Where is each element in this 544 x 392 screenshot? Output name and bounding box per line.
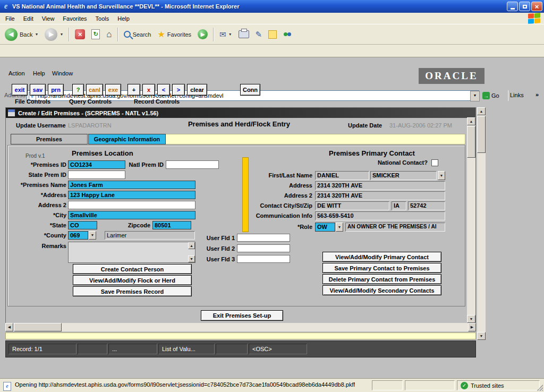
exit-premises-setup-button[interactable]: Exit Premises Set-up (201, 310, 283, 321)
inner-horizontal-scrollbar[interactable] (5, 323, 476, 331)
remarks-scroll-up-icon[interactable]: ▲ (188, 242, 195, 249)
user-fld1-field[interactable] (237, 234, 290, 242)
query-help-button[interactable]: ? (72, 84, 84, 96)
close-button[interactable]: × (531, 2, 542, 11)
menu-view[interactable]: View (38, 14, 59, 23)
role-code-field[interactable]: OW (315, 223, 335, 232)
communication-info-field[interactable]: 563-659-5410 (315, 211, 445, 220)
natl-prem-id-field[interactable] (166, 160, 219, 169)
links-chevron-icon[interactable]: » (536, 91, 539, 98)
user-fld2-label: User Fld 2 (205, 245, 235, 252)
go-button[interactable]: → Go (482, 91, 504, 100)
menu-file[interactable]: File (1, 14, 19, 23)
inner-scroll-up-icon[interactable]: ▲ (467, 117, 475, 125)
county-code-field[interactable]: 069 (68, 231, 88, 240)
contact-last-name-field[interactable]: SMICKER (370, 171, 437, 180)
next-record-button[interactable]: > (172, 84, 185, 96)
forward-dropdown-icon[interactable]: ▼ (60, 32, 63, 36)
print-button[interactable] (236, 29, 252, 40)
save-button[interactable]: sav (30, 84, 46, 96)
forms-menu-window[interactable]: Window (52, 70, 73, 76)
delete-primary-contact-button[interactable]: Delete Primary Contact from Premises (322, 274, 441, 284)
contact-first-name-field[interactable]: DANIEL (315, 171, 369, 180)
save-primary-contact-button[interactable]: Save Primary Contact to Premises (322, 263, 441, 273)
forms-menu-help[interactable]: Help (33, 70, 45, 76)
remarks-field[interactable] (68, 242, 196, 263)
forms-menu-action[interactable]: Action (8, 70, 25, 76)
home-icon: ⌂ (106, 29, 112, 40)
user-fld2-field[interactable] (237, 244, 290, 252)
cancel-query-button[interactable]: canl (86, 84, 103, 96)
inner-scroll-right-icon[interactable]: ▶ (468, 323, 476, 331)
create-contact-person-button[interactable]: Create Contact Person (73, 264, 192, 274)
tab-premises[interactable]: Premises (11, 134, 88, 144)
form-window-titlebar[interactable]: Create / Edit Premises - (SCRPREMS - NAT… (6, 108, 475, 118)
applet-scroll-thumb[interactable] (477, 116, 486, 153)
premises-address-field[interactable]: 123 Happy Lane (68, 191, 196, 199)
media-button[interactable]: ▶ (195, 28, 210, 41)
state-prem-id-field[interactable] (68, 171, 125, 179)
notes-button[interactable] (266, 29, 279, 40)
links-label[interactable]: Links (510, 92, 524, 98)
menu-help[interactable]: Help (113, 14, 134, 23)
execute-query-button[interactable]: exe (105, 84, 121, 96)
window-titlebar[interactable]: e VS National Animal Health and Surveill… (0, 0, 544, 13)
mail-button[interactable]: ✉ ▼ (217, 29, 235, 40)
inner-hscroll-thumb[interactable] (14, 323, 62, 331)
maximize-button[interactable] (519, 2, 530, 11)
add-record-button[interactable]: + (128, 84, 140, 96)
view-add-modify-secondary-contacts-button[interactable]: View/Add/Modify Secondary Contacts (322, 285, 441, 295)
contact-address2-field[interactable]: 2314 320TH AVE (315, 191, 445, 200)
back-button[interactable]: ◀ Back ▼ (2, 27, 41, 42)
menu-edit[interactable]: Edit (19, 14, 38, 23)
view-add-modify-primary-contact-button[interactable]: View/Add/Modify Primary Contact (322, 252, 441, 262)
exit-button[interactable]: exit (12, 84, 28, 96)
save-premises-record-button[interactable]: Save Premises Record (73, 286, 192, 296)
contact-name-dropdown-icon[interactable]: ▼ (438, 171, 445, 180)
premises-address2-field[interactable] (68, 201, 196, 209)
print-form-button[interactable]: prn (48, 84, 64, 96)
role-dropdown-icon[interactable]: ▼ (336, 223, 343, 232)
conn-button[interactable]: Conn (240, 84, 260, 96)
contact-zip-field[interactable]: 52742 (408, 201, 445, 210)
remarks-scroll-down-icon[interactable]: ▼ (188, 255, 195, 262)
delete-record-button[interactable]: x (142, 84, 155, 96)
zipcode-field[interactable]: 80501 (152, 221, 191, 229)
previous-record-button[interactable]: < (157, 84, 170, 96)
premises-name-field[interactable]: Jones Farm (68, 181, 196, 189)
forward-button[interactable]: ▶ ▼ (42, 27, 66, 42)
minimize-button[interactable] (507, 2, 518, 11)
city-field[interactable]: Smallville (68, 211, 196, 219)
menu-favorites[interactable]: Favorites (58, 14, 91, 23)
view-add-modify-flock-button[interactable]: View/Add/Modify Flock or Herd (73, 275, 192, 285)
state-field[interactable]: CO (68, 221, 97, 229)
inner-scroll-down-icon[interactable]: ▼ (467, 315, 475, 323)
inner-scroll-left-icon[interactable]: ◀ (5, 323, 13, 331)
county-dropdown-icon[interactable]: ▼ (89, 231, 96, 240)
contact-state-field[interactable]: IA (392, 201, 406, 210)
mail-dropdown-icon[interactable]: ▼ (228, 32, 232, 36)
favorites-button[interactable]: ★ Favorites (155, 29, 194, 40)
refresh-button[interactable]: ↻ (89, 28, 103, 41)
inner-scroll-thumb[interactable] (467, 126, 475, 158)
user-fld3-field[interactable] (237, 255, 290, 263)
resize-grip[interactable] (537, 385, 543, 391)
back-dropdown-icon[interactable]: ▼ (35, 32, 38, 36)
tab-geographic-information[interactable]: Geographic Information (88, 134, 166, 144)
edit-button[interactable]: ✎ (253, 29, 265, 40)
premises-id-field[interactable]: CO1234 (68, 160, 125, 169)
applet-scroll-down-icon[interactable]: ▼ (477, 332, 486, 340)
back-icon: ◀ (5, 28, 18, 41)
contact-address-field[interactable]: 2314 320TH AVE (315, 181, 445, 190)
search-button[interactable]: Search (121, 29, 154, 39)
clear-record-button[interactable]: clear (187, 84, 207, 96)
messenger-button[interactable] (280, 29, 294, 40)
menu-tools[interactable]: Tools (91, 14, 114, 23)
applet-scroll-up-icon[interactable]: ▲ (477, 107, 486, 115)
address-dropdown-icon[interactable]: ▼ (470, 91, 480, 101)
home-button[interactable]: ⌂ (104, 28, 114, 41)
national-contact-checkbox[interactable] (431, 159, 438, 166)
contact-city-field[interactable]: DE WITT (315, 201, 389, 210)
update-date-label: Update Date (348, 122, 382, 129)
stop-button[interactable]: × (72, 28, 88, 41)
